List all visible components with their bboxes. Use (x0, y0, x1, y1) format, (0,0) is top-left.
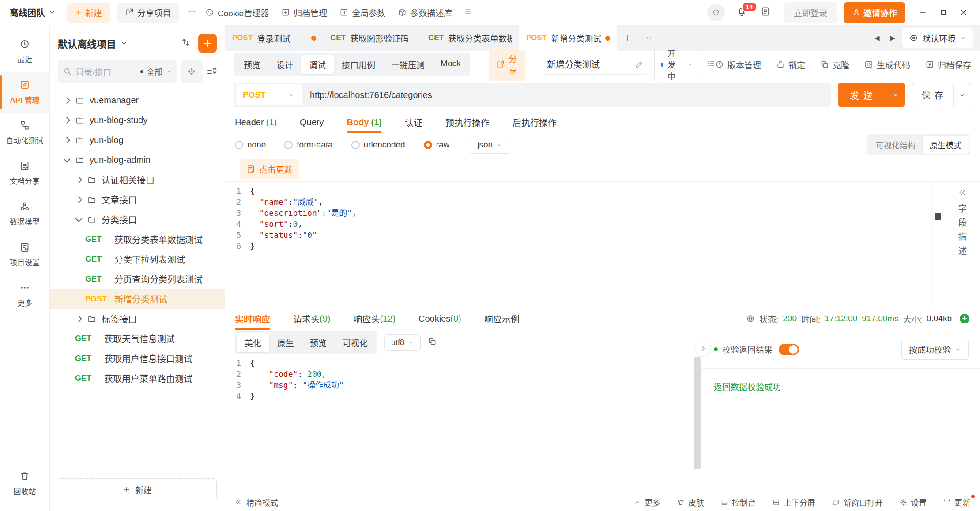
save-options-button[interactable] (953, 83, 971, 107)
charset-selector[interactable]: utf8 (384, 334, 421, 351)
cookie-manager-button[interactable]: Cookie管理器 (205, 7, 269, 19)
global-params-button[interactable]: 全局参数 (339, 7, 385, 19)
chevron-right-icon[interactable] (64, 137, 71, 144)
send-options-button[interactable] (886, 83, 905, 107)
action-lock-button[interactable]: 锁定 (776, 59, 805, 71)
chevron-right-icon[interactable] (64, 97, 71, 104)
response-scrollbar-thumb[interactable] (694, 357, 701, 469)
rail-item-1[interactable]: 最近 (0, 31, 49, 72)
collapse-validation-button[interactable] (695, 341, 711, 357)
param-library-button[interactable]: 参数描述库 (398, 7, 452, 19)
search-filter-dropdown[interactable]: 全部 (140, 66, 172, 77)
action-clock-button[interactable]: 版本管理 (715, 59, 761, 71)
mode-tab-1[interactable]: 预览 (236, 55, 268, 74)
statusbar-console-button[interactable]: 控制台 (721, 496, 756, 508)
tree-request-9[interactable]: GET分类下拉列表测试 (50, 249, 225, 269)
chevron-down-icon[interactable] (75, 215, 83, 222)
statusbar-update-button[interactable]: 更新 (943, 496, 970, 508)
method-selector[interactable]: POST (236, 84, 302, 105)
action-code-button[interactable]: 生成代码 (864, 59, 910, 71)
response-tab-4[interactable]: Cookies(0) (418, 307, 461, 330)
tree-request-14[interactable]: GET获取用户信息接口测试 (50, 349, 225, 368)
sync-button[interactable] (707, 4, 725, 21)
search-input[interactable]: 目录/接口 全部 (58, 60, 177, 83)
maximize-button[interactable] (933, 4, 954, 21)
rail-item-6[interactable]: 项目设置 (0, 234, 49, 275)
raw-type-selector[interactable]: json (470, 136, 510, 154)
response-tab-1[interactable]: 实时响应 (235, 307, 270, 330)
param-tab-4[interactable]: 认证 (405, 112, 422, 133)
bodytype-radio-none[interactable]: none (235, 140, 266, 150)
rail-item-4[interactable]: 文档分享 (0, 153, 49, 194)
statusbar-settings-button[interactable]: 设置 (900, 496, 927, 508)
share-project-button[interactable]: 分享项目 (117, 3, 179, 23)
chevron-right-icon[interactable] (64, 117, 71, 124)
close-button[interactable] (954, 4, 974, 21)
new-tab-button[interactable] (617, 25, 637, 51)
visual-structure-toggle[interactable]: 可视化结构 (869, 136, 923, 154)
tree-folder-4[interactable]: yun-blog-admin (50, 150, 225, 170)
param-tab-5[interactable]: 预执行操作 (445, 112, 490, 133)
tree-request-15[interactable]: GET获取用户菜单路由测试 (50, 368, 225, 388)
param-tab-6[interactable]: 后执行操作 (513, 112, 557, 133)
action-clone-button[interactable]: 克隆 (820, 59, 849, 71)
tree-request-13[interactable]: GET获取天气信息测试 (50, 329, 225, 349)
scrollbar-thumb[interactable] (935, 213, 941, 220)
open-tab-1[interactable]: POST登录测试 (225, 25, 323, 51)
tree-new-button[interactable]: 新建 (58, 478, 217, 500)
response-view-tab-3[interactable]: 预览 (302, 333, 335, 352)
validate-mode-dropdown[interactable]: 按成功校验 (901, 339, 969, 360)
statusbar-chevron-up-button[interactable]: 更多 (633, 496, 660, 508)
toolbar-collapse-icon[interactable] (464, 8, 471, 17)
rail-item-2[interactable]: API 管理 (0, 72, 49, 113)
open-tab-3[interactable]: GET获取分类表单数据 (421, 25, 519, 51)
tree-folder-12[interactable]: 标签接口 (50, 309, 225, 329)
rail-item-trash[interactable]: 回收站 (0, 463, 49, 504)
field-description-panel[interactable]: 字段描述 (944, 182, 980, 307)
minimize-button[interactable] (913, 4, 933, 21)
tree-folder-6[interactable]: 文章接口 (50, 190, 225, 210)
sort-collapse-button[interactable] (206, 65, 217, 78)
statusbar-skin-button[interactable]: 皮肤 (677, 496, 704, 508)
statusbar-split-button[interactable]: 上下分屏 (773, 496, 815, 508)
open-tab-4[interactable]: POST新增分类测试 (519, 25, 617, 51)
validate-toggle[interactable] (779, 344, 799, 355)
import-export-button[interactable] (181, 37, 191, 50)
response-tab-5[interactable]: 响应示例 (484, 307, 520, 330)
mode-tab-5[interactable]: 一键压测 (383, 55, 433, 74)
tree-request-10[interactable]: GET分页查询分类列表测试 (50, 269, 225, 289)
directory-icon[interactable] (706, 59, 715, 70)
raw-mode-toggle[interactable]: 原生模式 (923, 136, 969, 154)
tab-scroll-right[interactable]: ▶ (886, 34, 899, 42)
tree-folder-1[interactable]: vuemanager (50, 90, 225, 110)
tree-request-8[interactable]: GET获取分类表单数据测试 (50, 229, 225, 249)
compact-mode-button[interactable]: 精简模式 (235, 496, 278, 508)
param-tab-1[interactable]: Header (1) (235, 112, 277, 133)
bodytype-radio-urlencoded[interactable]: urlencoded (351, 140, 405, 150)
response-view-tab-4[interactable]: 可视化 (335, 333, 376, 352)
project-switcher[interactable]: 默认离线项目 (58, 36, 181, 50)
click-update-button[interactable]: 点击更新 (240, 159, 299, 179)
download-response-icon[interactable] (959, 313, 970, 324)
open-tab-2[interactable]: GET获取图形验证码 (323, 25, 421, 51)
team-switcher[interactable]: 离线团队 (10, 6, 56, 19)
save-button[interactable]: 保 存 (912, 83, 971, 107)
rail-item-7[interactable]: 更多 (0, 275, 49, 316)
request-body-editor[interactable]: 1{2 "name":"威威",3 "description":"是的",4 "… (225, 181, 980, 307)
tree-folder-7[interactable]: 分类接口 (50, 210, 225, 229)
tree-folder-2[interactable]: yun-blog-study (50, 110, 225, 130)
bodytype-radio-form-data[interactable]: form-data (284, 140, 332, 150)
tab-scroll-left[interactable]: ◀ (871, 34, 883, 42)
editor-scrollbar[interactable] (932, 182, 944, 307)
url-input[interactable]: http://localhost:7616/categories (310, 90, 432, 100)
response-view-tab-2[interactable]: 原生 (269, 333, 302, 352)
tree-folder-3[interactable]: yun-blog (50, 130, 225, 150)
statusbar-new-window-button[interactable]: 新窗口打开 (832, 496, 883, 508)
copy-response-button[interactable] (428, 337, 437, 348)
mode-tab-4[interactable]: 接口用例 (334, 55, 383, 74)
login-button[interactable]: 立即登录 (784, 2, 837, 23)
add-api-button[interactable] (198, 34, 217, 53)
rail-item-3[interactable]: 自动化测试 (0, 113, 49, 153)
tree-folder-5[interactable]: 认证相关接口 (50, 170, 225, 190)
bodytype-radio-raw[interactable]: raw (424, 140, 450, 150)
